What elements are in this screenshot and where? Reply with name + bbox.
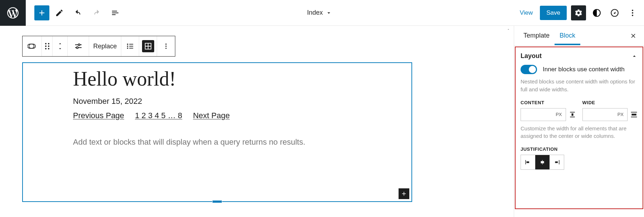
styles-button[interactable]: [588, 4, 605, 21]
align-center-icon: [569, 111, 576, 118]
grid-icon: [144, 42, 152, 50]
append-block-button[interactable]: [399, 188, 409, 199]
svg-point-1: [632, 10, 633, 11]
sidebar-tabs: Template Block: [514, 26, 644, 46]
drag-handle[interactable]: [42, 36, 53, 56]
save-button[interactable]: Save: [540, 6, 567, 20]
editor-canvas[interactable]: Replace: [0, 26, 514, 217]
list-view-icon: [111, 9, 119, 17]
document-title-button[interactable]: Index: [124, 9, 516, 16]
close-sidebar-button[interactable]: [627, 29, 640, 42]
wordpress-icon: [6, 6, 20, 20]
post-title[interactable]: Hello world!: [73, 67, 361, 90]
gear-icon: [574, 9, 583, 17]
settings-button[interactable]: [571, 5, 586, 20]
next-page-link[interactable]: Next Page: [193, 111, 230, 120]
more-vertical-icon: [628, 9, 637, 17]
layout-panel: Layout Inner blocks use content width Ne…: [515, 47, 643, 209]
justify-center-button[interactable]: [535, 155, 550, 169]
justify-left-button[interactable]: [521, 155, 535, 169]
svg-point-6: [45, 45, 47, 47]
svg-point-16: [127, 48, 128, 49]
wide-unit: PX: [618, 112, 624, 117]
block-more-button[interactable]: [157, 36, 175, 56]
justify-right-button[interactable]: [550, 155, 564, 169]
svg-rect-25: [541, 161, 544, 163]
view-link[interactable]: View: [516, 6, 537, 20]
more-vertical-icon: [162, 43, 170, 50]
svg-point-11: [76, 47, 78, 49]
move-arrows: [53, 36, 68, 56]
svg-rect-26: [555, 161, 558, 163]
svg-point-5: [48, 43, 49, 44]
wide-width-input[interactable]: PX: [582, 108, 628, 121]
svg-point-20: [165, 45, 166, 47]
undo-icon: [74, 9, 82, 17]
svg-point-19: [165, 44, 166, 45]
svg-rect-22: [571, 113, 573, 116]
no-results-placeholder[interactable]: Add text or blocks that will display whe…: [73, 138, 361, 147]
list-view-button[interactable]: [107, 4, 124, 21]
block-type-button[interactable]: [23, 36, 42, 56]
toggle-help-text: Nested blocks use content width with opt…: [521, 78, 638, 93]
wordpress-logo[interactable]: [0, 0, 26, 26]
svg-point-12: [127, 44, 128, 45]
prev-page-link[interactable]: Previous Page: [73, 111, 124, 120]
close-icon: [630, 32, 637, 39]
grid-layout-button[interactable]: [139, 36, 157, 56]
svg-rect-17: [129, 48, 133, 49]
svg-point-21: [165, 48, 166, 49]
settings-sidebar: Template Block Layout Inner blocks use c…: [514, 26, 644, 217]
justification-label: JUSTIFICATION: [521, 146, 638, 152]
layout-section-header[interactable]: Layout: [521, 52, 638, 60]
svg-rect-24: [527, 161, 530, 163]
options-button[interactable]: [624, 4, 641, 21]
justify-center-icon: [539, 159, 546, 165]
pencil-icon: [55, 9, 64, 17]
add-block-button[interactable]: [34, 5, 49, 20]
chevron-down-icon: [57, 46, 63, 51]
query-loop-block[interactable]: Hello world! November 15, 2022 Previous …: [22, 62, 412, 202]
post-date[interactable]: November 15, 2022: [73, 97, 361, 106]
move-down-button[interactable]: [57, 46, 63, 51]
compass-icon: [610, 8, 619, 18]
display-settings-button[interactable]: [68, 36, 89, 56]
svg-point-10: [78, 44, 80, 46]
list-layout-button[interactable]: [121, 36, 139, 56]
plus-icon: [38, 9, 46, 17]
justify-right-icon: [553, 159, 560, 165]
list-icon: [126, 42, 134, 50]
chevron-up-icon: [57, 41, 63, 46]
content-unit: PX: [556, 112, 562, 117]
page-numbers[interactable]: 1 2 3 4 5 … 8: [135, 111, 182, 120]
justify-left-icon: [525, 159, 531, 165]
content-width-icon-button[interactable]: [569, 111, 576, 118]
toolbar-left: [34, 4, 124, 21]
resize-handle[interactable]: [213, 201, 222, 203]
editor-top-bar: Index View Save: [0, 0, 644, 26]
content-width-input[interactable]: PX: [521, 108, 566, 121]
edit-mode-button[interactable]: [51, 4, 68, 21]
tab-block[interactable]: Block: [555, 26, 580, 45]
chevron-down-icon: [326, 10, 332, 16]
layout-section-title: Layout: [521, 52, 542, 60]
svg-point-14: [127, 45, 128, 47]
redo-button[interactable]: [88, 4, 105, 21]
drag-icon: [45, 43, 50, 50]
content-width-toggle[interactable]: [521, 65, 537, 74]
svg-point-8: [45, 48, 47, 49]
toolbar-right: View Save: [516, 4, 641, 21]
move-up-button[interactable]: [57, 41, 63, 46]
chevron-up-icon: [631, 53, 638, 59]
scrollbar-arrow-icon[interactable]: [507, 26, 510, 33]
undo-button[interactable]: [69, 4, 87, 21]
content-width-toggle-label: Inner blocks use content width: [543, 66, 625, 73]
redo-icon: [92, 9, 101, 17]
replace-button[interactable]: Replace: [89, 36, 121, 56]
wide-width-icon-button[interactable]: [630, 111, 638, 118]
tab-template[interactable]: Template: [518, 26, 555, 45]
svg-rect-15: [129, 46, 133, 47]
preview-button[interactable]: [606, 4, 623, 21]
wide-width-label: WIDE: [582, 100, 638, 105]
align-wide-icon: [630, 111, 638, 118]
